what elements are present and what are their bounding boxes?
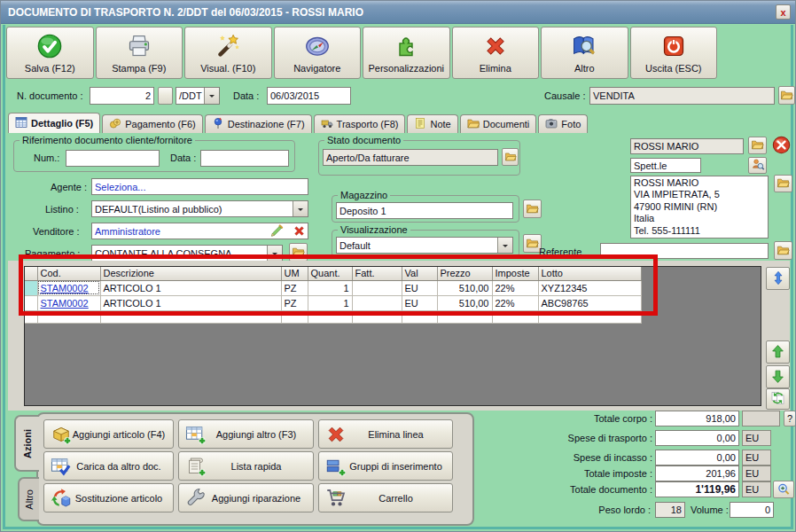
customer-remove-icon[interactable] bbox=[772, 136, 791, 156]
salutation-field[interactable]: Spett.le bbox=[630, 158, 701, 173]
print-button[interactable]: Stampa (F9) bbox=[96, 27, 183, 79]
venditore-value[interactable]: Amministratore bbox=[95, 226, 160, 237]
referente-lookup-button[interactable] bbox=[774, 241, 792, 260]
rif-num-input[interactable] bbox=[66, 150, 160, 167]
tab-foto[interactable]: Foto bbox=[538, 114, 588, 133]
table-empty-row[interactable] bbox=[25, 310, 641, 323]
pagamento-select[interactable]: CONTANTE ALLA CONSEGNA bbox=[91, 245, 283, 262]
delete-line-button[interactable]: Elimina linea bbox=[318, 419, 453, 449]
spese-trasporto-field[interactable]: 0,00 bbox=[655, 430, 739, 446]
tab-trasporto[interactable]: Trasporto (F8) bbox=[314, 114, 406, 133]
save-button[interactable]: Salva (F12) bbox=[6, 27, 94, 79]
other-button[interactable]: Altro bbox=[541, 27, 628, 79]
col-um[interactable]: UM bbox=[281, 267, 308, 280]
row-selector[interactable] bbox=[25, 280, 37, 295]
customizations-button[interactable]: Personalizzazioni bbox=[363, 27, 450, 79]
referente-field[interactable] bbox=[600, 243, 769, 259]
row-up-button[interactable] bbox=[766, 340, 790, 364]
cell-imposte[interactable]: 22% bbox=[492, 280, 538, 295]
magazzino-lookup-button[interactable] bbox=[523, 200, 542, 218]
col-fatt[interactable]: Fatt. bbox=[352, 267, 402, 280]
agente-value[interactable]: Seleziona... bbox=[95, 182, 145, 192]
row-selector[interactable] bbox=[25, 295, 37, 310]
doc-number-aux-button[interactable] bbox=[158, 87, 173, 105]
article-code-link[interactable]: STAM0002 bbox=[41, 298, 89, 309]
preview-button[interactable]: Visual. (F10) bbox=[184, 27, 272, 79]
dropdown-button[interactable] bbox=[293, 201, 308, 216]
agente-field[interactable]: Seleziona... bbox=[91, 178, 308, 195]
help-button[interactable]: ? bbox=[784, 411, 796, 426]
visualizzazione-select[interactable]: Default bbox=[336, 237, 513, 254]
dropdown-button[interactable] bbox=[497, 238, 512, 253]
tab-azioni[interactable]: Azioni bbox=[14, 415, 39, 472]
exit-button[interactable]: Uscita (ESC) bbox=[630, 27, 718, 79]
col-cod[interactable]: Cod. bbox=[37, 267, 100, 280]
add-article-button[interactable]: Aggiungi articolo (F4) bbox=[43, 419, 174, 449]
col-descrizione[interactable]: Descrizione bbox=[100, 267, 281, 280]
volume-field[interactable]: 0 bbox=[730, 502, 774, 518]
cell-descrizione[interactable]: ARTICOLO 1 bbox=[100, 295, 281, 310]
tab-note[interactable]: Note bbox=[407, 114, 457, 133]
article-code-link[interactable]: STAM0002 bbox=[41, 283, 89, 293]
cell-lotto[interactable]: ABC98765 bbox=[538, 295, 641, 310]
table-row[interactable]: STAM0002 ARTICOLO 1 PZ 1 EU 510,00 22% A… bbox=[25, 295, 641, 310]
doc-date-input[interactable]: 06/03/2015 bbox=[267, 87, 351, 105]
cell-val[interactable]: EU bbox=[402, 280, 437, 295]
add-other-button[interactable]: Aggiungi altro (F3) bbox=[178, 419, 314, 449]
quick-list-button[interactable]: Lista rapida bbox=[178, 451, 314, 481]
replace-article-button[interactable]: Sostituzione articolo bbox=[43, 483, 174, 512]
cell-quant[interactable]: 1 bbox=[308, 280, 352, 295]
stato-lookup-button[interactable] bbox=[502, 148, 519, 166]
load-from-doc-button[interactable]: Carica da altro doc. bbox=[43, 451, 174, 481]
causale-lookup-button[interactable] bbox=[778, 86, 795, 105]
edit-pencil-icon[interactable] bbox=[269, 223, 285, 239]
navigator-button[interactable]: Navigatore bbox=[274, 27, 362, 79]
move-row-button[interactable] bbox=[766, 267, 790, 290]
col-val[interactable]: Val bbox=[402, 267, 437, 280]
col-lotto[interactable]: Lotto bbox=[538, 267, 641, 280]
refresh-button[interactable] bbox=[766, 388, 790, 410]
cell-quant[interactable]: 1 bbox=[308, 295, 352, 310]
row-down-button[interactable] bbox=[766, 365, 790, 388]
add-repair-button[interactable]: Aggiungi riparazione bbox=[178, 483, 314, 512]
cell-prezzo[interactable]: 510,00 bbox=[437, 295, 492, 310]
col-quant[interactable]: Quant. bbox=[308, 267, 352, 280]
items-table[interactable]: Cod. Descrizione UM Quant. Fatt. Val Pre… bbox=[25, 267, 642, 324]
table-row[interactable]: STAM0002 ARTICOLO 1 PZ 1 EU 510,00 22% X… bbox=[25, 280, 641, 295]
cell-cod[interactable]: STAM0002 bbox=[37, 295, 100, 310]
clear-venditore-icon[interactable] bbox=[293, 224, 306, 239]
delete-button[interactable]: Elimina bbox=[452, 27, 540, 79]
tab-dettaglio[interactable]: Dettaglio (F5) bbox=[8, 113, 100, 133]
peso-lordo-field[interactable]: 18 bbox=[655, 502, 685, 518]
pagamento-lookup-button[interactable] bbox=[289, 243, 308, 262]
cell-prezzo[interactable]: 510,00 bbox=[437, 280, 492, 295]
close-button[interactable]: x bbox=[776, 4, 791, 20]
magazzino-field[interactable]: Deposito 1 bbox=[336, 202, 513, 219]
doc-type-select[interactable]: /DDT bbox=[176, 87, 220, 105]
spese-incasso-field[interactable]: 0,00 bbox=[655, 450, 739, 466]
cell-um[interactable]: PZ bbox=[281, 295, 308, 310]
rif-date-input[interactable] bbox=[200, 150, 289, 167]
cell-descrizione[interactable]: ARTICOLO 1 bbox=[100, 280, 281, 295]
totals-detail-button[interactable] bbox=[773, 481, 794, 498]
dropdown-button[interactable] bbox=[204, 88, 219, 104]
cell-fatt[interactable] bbox=[352, 280, 402, 295]
row-selector[interactable] bbox=[25, 310, 37, 323]
cell-imposte[interactable]: 22% bbox=[492, 295, 538, 310]
tab-altro[interactable]: Altro bbox=[18, 477, 39, 521]
cell-lotto[interactable]: XYZ12345 bbox=[538, 280, 641, 295]
col-imposte[interactable]: Imposte bbox=[492, 267, 538, 280]
causale-field[interactable]: VENDITA bbox=[589, 87, 775, 105]
cell-fatt[interactable] bbox=[352, 295, 402, 310]
insert-groups-button[interactable]: Gruppi di inserimento bbox=[318, 451, 453, 481]
tab-pagamento[interactable]: Pagamento (F6) bbox=[102, 114, 202, 133]
contact-search-button[interactable] bbox=[748, 157, 767, 174]
col-prezzo[interactable]: Prezzo bbox=[437, 267, 492, 280]
address-lookup-button[interactable] bbox=[774, 175, 792, 192]
cell-cod[interactable]: STAM0002 bbox=[37, 280, 100, 295]
tab-documenti[interactable]: Documenti bbox=[460, 114, 537, 133]
cell-um[interactable]: PZ bbox=[281, 280, 308, 295]
cart-button[interactable]: Carrello bbox=[318, 483, 453, 512]
doc-number-input[interactable]: 2 bbox=[90, 87, 154, 105]
listino-select[interactable]: DEFAULT(Listino al pubblico) bbox=[91, 200, 308, 217]
